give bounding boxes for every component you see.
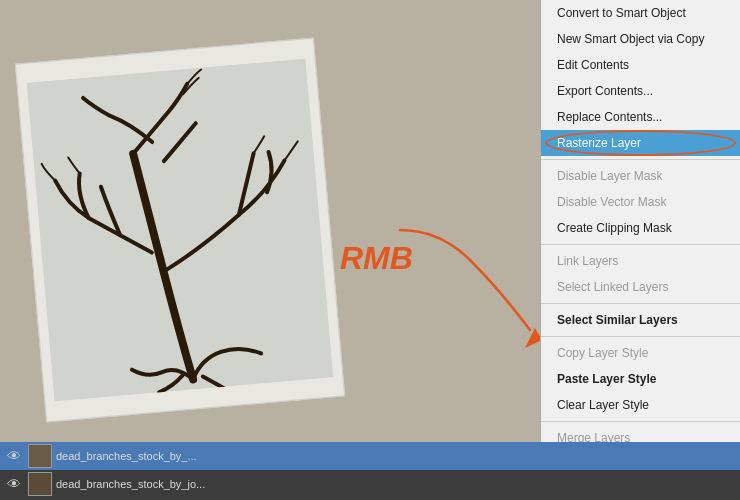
layer-image — [15, 38, 345, 423]
menu-separator — [541, 336, 740, 337]
menu-item-select-linked-layers: Select Linked Layers — [541, 274, 740, 300]
layers-panel: 👁 dead_branches_stock_by_... 👁 dead_bran… — [0, 442, 740, 500]
menu-separator — [541, 303, 740, 304]
layer-thumb-1 — [28, 444, 52, 468]
svg-rect-0 — [27, 58, 334, 401]
layer-name-1: dead_branches_stock_by_... — [56, 450, 197, 462]
menu-item-export-contents[interactable]: Export Contents... — [541, 78, 740, 104]
menu-item-rasterize-layer[interactable]: Rasterize Layer — [541, 130, 740, 156]
menu-separator — [541, 421, 740, 422]
context-menu: Convert to Smart ObjectNew Smart Object … — [540, 0, 740, 500]
menu-item-paste-layer-style[interactable]: Paste Layer Style — [541, 366, 740, 392]
menu-separator — [541, 244, 740, 245]
menu-item-convert-smart-object[interactable]: Convert to Smart Object — [541, 0, 740, 26]
menu-item-link-layers: Link Layers — [541, 248, 740, 274]
menu-item-create-clipping-mask[interactable]: Create Clipping Mask — [541, 215, 740, 241]
menu-item-copy-layer-style: Copy Layer Style — [541, 340, 740, 366]
menu-item-disable-vector-mask: Disable Vector Mask — [541, 189, 740, 215]
layer-row-2[interactable]: 👁 dead_branches_stock_by_jo... — [0, 470, 740, 498]
menu-item-replace-contents[interactable]: Replace Contents... — [541, 104, 740, 130]
menu-separator — [541, 159, 740, 160]
canvas-area: RMB — [0, 0, 540, 500]
menu-item-select-similar-layers[interactable]: Select Similar Layers — [541, 307, 740, 333]
layer-thumb-2 — [28, 472, 52, 496]
menu-item-edit-contents[interactable]: Edit Contents — [541, 52, 740, 78]
eye-icon-1[interactable]: 👁 — [4, 446, 24, 466]
layer-row-1[interactable]: 👁 dead_branches_stock_by_... — [0, 442, 740, 470]
menu-item-new-smart-object-copy[interactable]: New Smart Object via Copy — [541, 26, 740, 52]
menu-item-disable-layer-mask: Disable Layer Mask — [541, 163, 740, 189]
eye-icon-2[interactable]: 👁 — [4, 474, 24, 494]
layer-name-2: dead_branches_stock_by_jo... — [56, 478, 205, 490]
arrow-annotation — [380, 210, 560, 370]
branch-illustration — [27, 58, 334, 401]
menu-item-clear-layer-style[interactable]: Clear Layer Style — [541, 392, 740, 418]
